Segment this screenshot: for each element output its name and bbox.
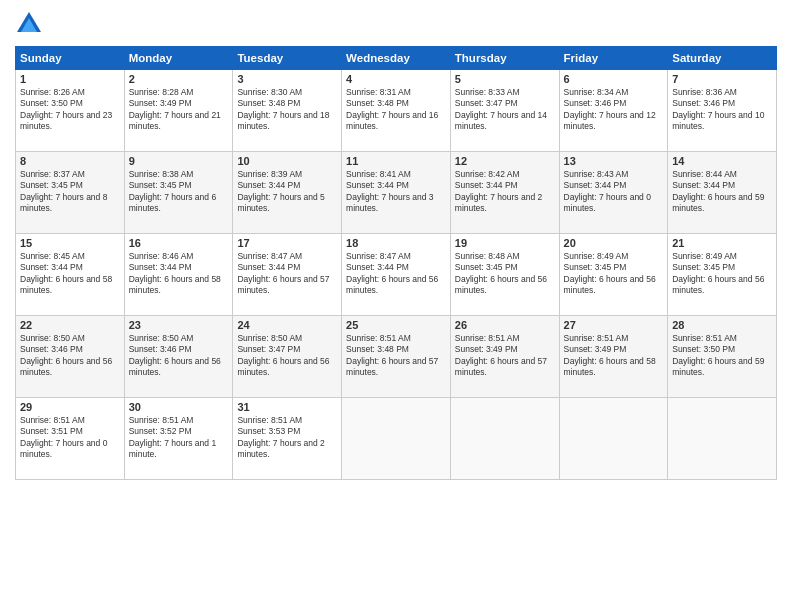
empty-cell [450,398,559,480]
day-number: 17 [237,237,337,249]
calendar-cell-4: 4Sunrise: 8:31 AM Sunset: 3:48 PM Daylig… [342,70,451,152]
empty-cell [668,398,777,480]
cell-content: Sunrise: 8:51 AM Sunset: 3:52 PM Dayligh… [129,415,229,461]
day-number: 25 [346,319,446,331]
calendar-cell-27: 27Sunrise: 8:51 AM Sunset: 3:49 PM Dayli… [559,316,668,398]
cell-content: Sunrise: 8:42 AM Sunset: 3:44 PM Dayligh… [455,169,555,215]
logo-icon [15,10,43,38]
day-number: 5 [455,73,555,85]
cell-content: Sunrise: 8:51 AM Sunset: 3:48 PM Dayligh… [346,333,446,379]
day-number: 3 [237,73,337,85]
empty-cell [342,398,451,480]
logo [15,10,47,38]
calendar-cell-9: 9Sunrise: 8:38 AM Sunset: 3:45 PM Daylig… [124,152,233,234]
calendar-cell-2: 2Sunrise: 8:28 AM Sunset: 3:49 PM Daylig… [124,70,233,152]
day-number: 21 [672,237,772,249]
calendar-cell-20: 20Sunrise: 8:49 AM Sunset: 3:45 PM Dayli… [559,234,668,316]
calendar-cell-13: 13Sunrise: 8:43 AM Sunset: 3:44 PM Dayli… [559,152,668,234]
calendar-cell-22: 22Sunrise: 8:50 AM Sunset: 3:46 PM Dayli… [16,316,125,398]
calendar-week-2: 8Sunrise: 8:37 AM Sunset: 3:45 PM Daylig… [16,152,777,234]
calendar-table: SundayMondayTuesdayWednesdayThursdayFrid… [15,46,777,480]
cell-content: Sunrise: 8:45 AM Sunset: 3:44 PM Dayligh… [20,251,120,297]
cell-content: Sunrise: 8:50 AM Sunset: 3:46 PM Dayligh… [129,333,229,379]
calendar-week-5: 29Sunrise: 8:51 AM Sunset: 3:51 PM Dayli… [16,398,777,480]
calendar-cell-16: 16Sunrise: 8:46 AM Sunset: 3:44 PM Dayli… [124,234,233,316]
day-number: 23 [129,319,229,331]
day-number: 24 [237,319,337,331]
cell-content: Sunrise: 8:28 AM Sunset: 3:49 PM Dayligh… [129,87,229,133]
calendar-cell-11: 11Sunrise: 8:41 AM Sunset: 3:44 PM Dayli… [342,152,451,234]
calendar-cell-14: 14Sunrise: 8:44 AM Sunset: 3:44 PM Dayli… [668,152,777,234]
day-number: 19 [455,237,555,249]
calendar-week-3: 15Sunrise: 8:45 AM Sunset: 3:44 PM Dayli… [16,234,777,316]
cell-content: Sunrise: 8:36 AM Sunset: 3:46 PM Dayligh… [672,87,772,133]
day-number: 28 [672,319,772,331]
day-number: 9 [129,155,229,167]
calendar-cell-18: 18Sunrise: 8:47 AM Sunset: 3:44 PM Dayli… [342,234,451,316]
cell-content: Sunrise: 8:43 AM Sunset: 3:44 PM Dayligh… [564,169,664,215]
day-number: 11 [346,155,446,167]
day-number: 14 [672,155,772,167]
day-number: 20 [564,237,664,249]
day-number: 10 [237,155,337,167]
calendar-cell-15: 15Sunrise: 8:45 AM Sunset: 3:44 PM Dayli… [16,234,125,316]
calendar-cell-21: 21Sunrise: 8:49 AM Sunset: 3:45 PM Dayli… [668,234,777,316]
calendar-cell-17: 17Sunrise: 8:47 AM Sunset: 3:44 PM Dayli… [233,234,342,316]
day-number: 22 [20,319,120,331]
calendar-cell-29: 29Sunrise: 8:51 AM Sunset: 3:51 PM Dayli… [16,398,125,480]
col-header-saturday: Saturday [668,47,777,70]
calendar-cell-28: 28Sunrise: 8:51 AM Sunset: 3:50 PM Dayli… [668,316,777,398]
cell-content: Sunrise: 8:26 AM Sunset: 3:50 PM Dayligh… [20,87,120,133]
col-header-friday: Friday [559,47,668,70]
day-number: 13 [564,155,664,167]
calendar-cell-31: 31Sunrise: 8:51 AM Sunset: 3:53 PM Dayli… [233,398,342,480]
day-number: 15 [20,237,120,249]
cell-content: Sunrise: 8:49 AM Sunset: 3:45 PM Dayligh… [672,251,772,297]
cell-content: Sunrise: 8:31 AM Sunset: 3:48 PM Dayligh… [346,87,446,133]
cell-content: Sunrise: 8:51 AM Sunset: 3:49 PM Dayligh… [564,333,664,379]
cell-content: Sunrise: 8:46 AM Sunset: 3:44 PM Dayligh… [129,251,229,297]
day-number: 18 [346,237,446,249]
day-number: 27 [564,319,664,331]
cell-content: Sunrise: 8:51 AM Sunset: 3:53 PM Dayligh… [237,415,337,461]
col-header-wednesday: Wednesday [342,47,451,70]
day-number: 16 [129,237,229,249]
cell-content: Sunrise: 8:48 AM Sunset: 3:45 PM Dayligh… [455,251,555,297]
cell-content: Sunrise: 8:34 AM Sunset: 3:46 PM Dayligh… [564,87,664,133]
calendar-cell-19: 19Sunrise: 8:48 AM Sunset: 3:45 PM Dayli… [450,234,559,316]
calendar-header-row: SundayMondayTuesdayWednesdayThursdayFrid… [16,47,777,70]
col-header-sunday: Sunday [16,47,125,70]
col-header-monday: Monday [124,47,233,70]
calendar-week-4: 22Sunrise: 8:50 AM Sunset: 3:46 PM Dayli… [16,316,777,398]
cell-content: Sunrise: 8:47 AM Sunset: 3:44 PM Dayligh… [346,251,446,297]
day-number: 6 [564,73,664,85]
cell-content: Sunrise: 8:50 AM Sunset: 3:47 PM Dayligh… [237,333,337,379]
calendar-cell-25: 25Sunrise: 8:51 AM Sunset: 3:48 PM Dayli… [342,316,451,398]
calendar-cell-24: 24Sunrise: 8:50 AM Sunset: 3:47 PM Dayli… [233,316,342,398]
day-number: 8 [20,155,120,167]
calendar-cell-1: 1Sunrise: 8:26 AM Sunset: 3:50 PM Daylig… [16,70,125,152]
cell-content: Sunrise: 8:44 AM Sunset: 3:44 PM Dayligh… [672,169,772,215]
col-header-thursday: Thursday [450,47,559,70]
calendar-cell-8: 8Sunrise: 8:37 AM Sunset: 3:45 PM Daylig… [16,152,125,234]
cell-content: Sunrise: 8:41 AM Sunset: 3:44 PM Dayligh… [346,169,446,215]
calendar-cell-6: 6Sunrise: 8:34 AM Sunset: 3:46 PM Daylig… [559,70,668,152]
calendar-cell-3: 3Sunrise: 8:30 AM Sunset: 3:48 PM Daylig… [233,70,342,152]
calendar-cell-10: 10Sunrise: 8:39 AM Sunset: 3:44 PM Dayli… [233,152,342,234]
day-number: 12 [455,155,555,167]
calendar-cell-12: 12Sunrise: 8:42 AM Sunset: 3:44 PM Dayli… [450,152,559,234]
cell-content: Sunrise: 8:51 AM Sunset: 3:49 PM Dayligh… [455,333,555,379]
day-number: 4 [346,73,446,85]
day-number: 2 [129,73,229,85]
day-number: 31 [237,401,337,413]
cell-content: Sunrise: 8:30 AM Sunset: 3:48 PM Dayligh… [237,87,337,133]
cell-content: Sunrise: 8:50 AM Sunset: 3:46 PM Dayligh… [20,333,120,379]
day-number: 7 [672,73,772,85]
calendar-cell-26: 26Sunrise: 8:51 AM Sunset: 3:49 PM Dayli… [450,316,559,398]
calendar-cell-5: 5Sunrise: 8:33 AM Sunset: 3:47 PM Daylig… [450,70,559,152]
calendar-cell-30: 30Sunrise: 8:51 AM Sunset: 3:52 PM Dayli… [124,398,233,480]
calendar-cell-7: 7Sunrise: 8:36 AM Sunset: 3:46 PM Daylig… [668,70,777,152]
empty-cell [559,398,668,480]
cell-content: Sunrise: 8:51 AM Sunset: 3:51 PM Dayligh… [20,415,120,461]
page: SundayMondayTuesdayWednesdayThursdayFrid… [0,0,792,612]
